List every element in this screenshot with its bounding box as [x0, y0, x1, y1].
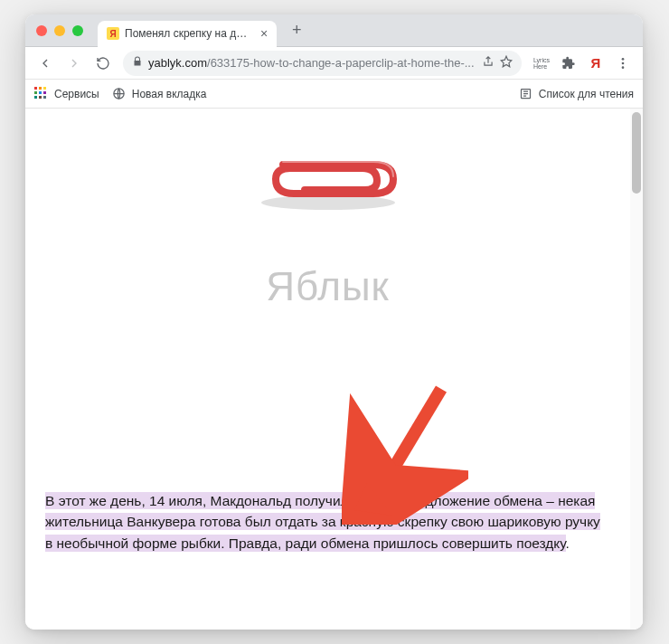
scrollbar-track[interactable]: [630, 109, 643, 630]
toolbar-right: Lyrics Here Я: [529, 51, 636, 76]
bookmarks-bar: Сервисы Новая вкладка Список для чтения: [25, 80, 643, 109]
reload-button[interactable]: [90, 51, 116, 76]
page-content: Яблык В этот же день, 14 июля, Макдональ…: [25, 109, 643, 630]
page-body: Яблык В этот же день, 14 июля, Макдональ…: [25, 109, 630, 630]
svg-point-2: [622, 66, 625, 69]
highlighted-text[interactable]: В этот же день, 14 июля, Макдональд полу…: [45, 492, 600, 552]
reading-list-label: Список для чтения: [539, 88, 634, 100]
apps-grid-icon: [34, 87, 49, 101]
titlebar: Я Поменял скрепку на дом: ре × +: [25, 14, 643, 47]
paperclip-image: [238, 134, 419, 217]
traffic-lights: [36, 25, 83, 36]
browser-window: Я Поменял скрепку на дом: ре × + yablyk.…: [25, 14, 643, 630]
back-button[interactable]: [33, 51, 58, 76]
bookmark-newpage[interactable]: Новая вкладка: [112, 87, 207, 101]
bookmark-label: Новая вкладка: [132, 88, 207, 100]
close-window-button[interactable]: [36, 25, 47, 36]
globe-icon: [112, 87, 127, 101]
share-icon[interactable]: [482, 55, 495, 71]
svg-point-1: [622, 62, 625, 64]
article-paragraph: В этот же день, 14 июля, Макдональд полу…: [45, 490, 610, 554]
scrollbar-thumb[interactable]: [632, 112, 641, 194]
reading-list-button[interactable]: Список для чтения: [519, 87, 634, 101]
svg-line-6: [376, 389, 441, 497]
extensions-icon[interactable]: [556, 51, 581, 76]
forward-button[interactable]: [61, 51, 87, 76]
menu-icon[interactable]: [610, 51, 636, 76]
toolbar: yablyk.com/633175-how-to-change-a-paperc…: [25, 47, 643, 80]
url-text: yablyk.com/633175-how-to-change-a-paperc…: [148, 56, 476, 70]
tab-favicon: Я: [107, 27, 119, 40]
star-icon[interactable]: [500, 55, 513, 71]
article-tail: .: [566, 535, 570, 551]
yandex-extension-icon[interactable]: Я: [583, 51, 608, 76]
tab-close-icon[interactable]: ×: [260, 26, 268, 41]
address-bar[interactable]: yablyk.com/633175-how-to-change-a-paperc…: [123, 51, 522, 76]
watermark-text: Яблык: [45, 264, 610, 309]
browser-tab[interactable]: Я Поменял скрепку на дом: ре ×: [98, 21, 277, 47]
new-tab-button[interactable]: +: [286, 20, 307, 42]
lock-icon: [132, 56, 143, 70]
bookmark-services[interactable]: Сервисы: [34, 87, 99, 101]
minimize-window-button[interactable]: [54, 25, 65, 36]
svg-point-0: [622, 58, 625, 61]
svg-point-5: [261, 195, 395, 210]
lyrics-extension-icon[interactable]: Lyrics Here: [529, 51, 554, 76]
reading-list-icon: [519, 87, 533, 101]
maximize-window-button[interactable]: [72, 25, 83, 36]
bookmark-label: Сервисы: [54, 88, 99, 100]
tab-title: Поменял скрепку на дом: ре: [125, 27, 251, 40]
